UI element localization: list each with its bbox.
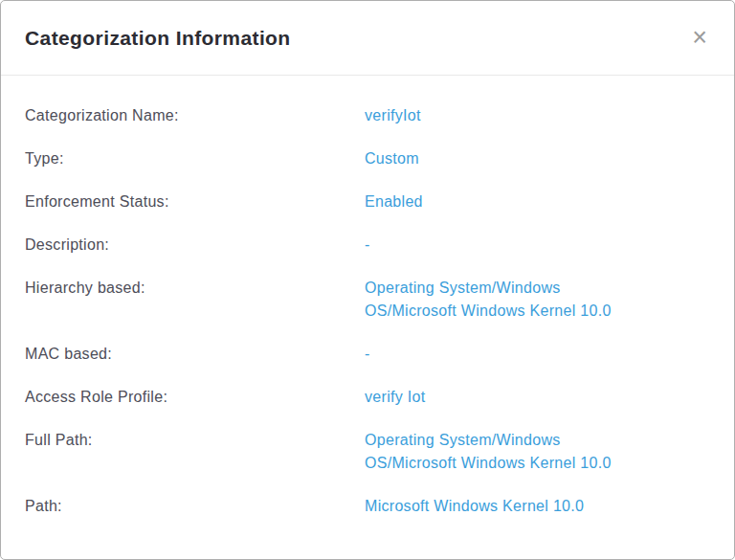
field-value: - xyxy=(365,343,615,366)
field-row: Type: Custom xyxy=(25,147,710,170)
field-label: Full Path: xyxy=(25,429,365,452)
field-label: MAC based: xyxy=(25,343,365,366)
field-row: Enforcement Status: Enabled xyxy=(25,190,710,213)
field-row: MAC based: - xyxy=(25,343,710,366)
field-row: Access Role Profile: verify Iot xyxy=(25,386,710,409)
field-value: Microsoft Windows Kernel 10.0 xyxy=(365,495,615,518)
field-value: Enabled xyxy=(365,190,615,213)
field-row: Description: - xyxy=(25,234,710,257)
field-value: Operating System/Windows OS/Microsoft Wi… xyxy=(365,277,615,323)
field-label: Enforcement Status: xyxy=(25,190,365,213)
field-row: Hierarchy based: Operating System/Window… xyxy=(25,277,710,323)
modal-header: Categorization Information × xyxy=(1,1,734,76)
field-label: Type: xyxy=(25,147,365,170)
field-value: Custom xyxy=(365,147,615,170)
field-label: Path: xyxy=(25,495,365,518)
field-row: Categorization Name: verifyIot xyxy=(25,104,710,127)
modal-title: Categorization Information xyxy=(25,27,291,50)
field-value: Operating System/Windows OS/Microsoft Wi… xyxy=(365,429,615,475)
close-icon[interactable]: × xyxy=(688,23,711,53)
categorization-information-modal: Categorization Information × Categorizat… xyxy=(0,0,735,560)
field-label: Access Role Profile: xyxy=(25,386,365,409)
field-row: Path: Microsoft Windows Kernel 10.0 xyxy=(25,495,710,518)
field-label: Categorization Name: xyxy=(25,104,365,127)
field-label: Hierarchy based: xyxy=(25,277,365,300)
fields-list: Categorization Name: verifyIot Type: Cus… xyxy=(1,76,734,537)
field-value: verifyIot xyxy=(365,104,615,127)
field-value: verify Iot xyxy=(365,386,615,409)
field-label: Description: xyxy=(25,234,365,257)
field-row: Full Path: Operating System/Windows OS/M… xyxy=(25,429,710,475)
field-value: - xyxy=(365,234,615,257)
